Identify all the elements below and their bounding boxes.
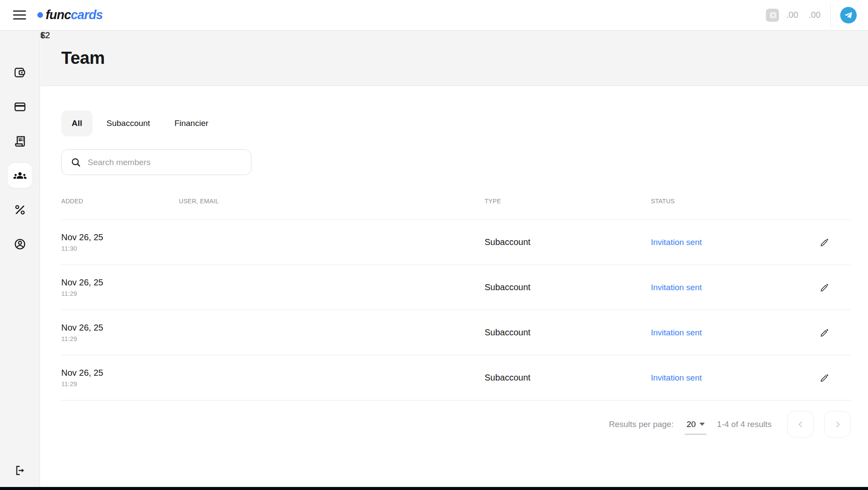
results-per-page-label: Results per page: — [609, 420, 673, 429]
column-header-added: Added — [61, 198, 179, 205]
tab-all[interactable]: All — [61, 110, 92, 136]
cell-added: Nov 26, 25 11:29 — [61, 278, 179, 297]
cell-added: Nov 26, 25 11:29 — [61, 368, 179, 387]
app-window: func cards €2.00 $2.00 — [0, 0, 868, 490]
cell-type: Subaccount — [485, 237, 651, 247]
telegram-icon[interactable] — [840, 7, 857, 23]
column-header-type: Type — [485, 198, 651, 205]
cell-status: Invitation sent — [651, 373, 803, 383]
previous-page-button[interactable] — [787, 411, 814, 437]
brand-logo[interactable]: func cards — [37, 8, 102, 22]
sidebar-item-cards[interactable] — [7, 94, 33, 120]
sidebar-item-logout[interactable] — [7, 457, 33, 483]
results-range-label: 1-4 of 4 results — [717, 420, 772, 429]
table-row[interactable]: Nov 26, 25 11:30 Subaccount Invitation s… — [61, 220, 851, 265]
main-area: Team All Subaccount Financier Added User… — [40, 30, 868, 487]
chevron-left-icon — [796, 420, 805, 429]
tab-financier[interactable]: Financier — [164, 110, 219, 136]
chevron-right-icon — [833, 420, 842, 429]
cell-added: Nov 26, 25 11:30 — [61, 232, 179, 252]
pencil-icon — [819, 372, 830, 384]
search-input[interactable] — [88, 158, 243, 167]
account-circle-icon — [13, 238, 26, 251]
invitation-sent-link[interactable]: Invitation sent — [651, 328, 702, 337]
brand-name-blue: cards — [71, 8, 102, 22]
column-header-status: Status — [651, 198, 803, 205]
edit-member-button[interactable] — [818, 236, 831, 248]
invitation-sent-link[interactable]: Invitation sent — [651, 283, 702, 292]
cell-type: Subaccount — [485, 282, 651, 292]
search-icon — [70, 157, 82, 168]
pencil-icon — [819, 282, 830, 293]
edit-member-button[interactable] — [818, 327, 831, 339]
chevron-down-icon — [700, 423, 705, 426]
table-row[interactable]: Nov 26, 25 11:29 Subaccount Invitation s… — [61, 310, 851, 355]
logout-icon — [13, 464, 26, 477]
cell-added: Nov 26, 25 11:29 — [61, 323, 179, 342]
per-page-value: 20 — [686, 420, 696, 429]
pencil-icon — [819, 327, 830, 338]
team-groups-icon — [13, 169, 26, 182]
wallet-icon — [13, 66, 26, 79]
brand-name-black: func — [46, 8, 71, 22]
cell-type: Subaccount — [485, 328, 651, 338]
sidebar-item-transactions[interactable] — [7, 128, 33, 154]
edit-member-button[interactable] — [818, 281, 831, 294]
tab-subaccount[interactable]: Subaccount — [96, 110, 160, 136]
credit-card-icon — [13, 100, 26, 113]
cell-status: Invitation sent — [651, 283, 803, 292]
balance-usd: $2.00 — [809, 10, 821, 20]
page-title: Team — [61, 48, 105, 68]
page-header-band: Team — [40, 30, 868, 86]
sidebar — [0, 30, 40, 487]
balance-eur: €2.00 — [786, 10, 798, 20]
menu-icon[interactable] — [13, 8, 27, 22]
pencil-icon — [819, 237, 830, 248]
next-page-button[interactable] — [824, 411, 851, 437]
cell-status: Invitation sent — [651, 238, 803, 247]
member-type-tabs: All Subaccount Financier — [61, 110, 851, 136]
header-divider — [830, 3, 831, 27]
cell-status: Invitation sent — [651, 328, 803, 338]
sidebar-item-account[interactable] — [7, 231, 33, 257]
column-header-user-email: User, email — [179, 198, 485, 205]
per-page-select[interactable]: 20 — [685, 420, 706, 434]
edit-member-button[interactable] — [818, 372, 831, 384]
sidebar-item-team[interactable] — [7, 162, 33, 189]
invitation-sent-link[interactable]: Invitation sent — [651, 238, 702, 247]
sidebar-item-wallet[interactable] — [7, 60, 33, 86]
table-header-row: Added User, email Type Status — [61, 190, 851, 220]
table-row[interactable]: Nov 26, 25 11:29 Subaccount Invitation s… — [61, 265, 851, 310]
table-row[interactable]: Nov 26, 25 11:29 Subaccount Invitation s… — [61, 355, 851, 401]
top-bar: func cards €2.00 $2.00 — [0, 0, 868, 30]
brand-dot-icon — [37, 12, 43, 18]
topbar-right: €2.00 $2.00 — [765, 0, 857, 30]
invitation-sent-link[interactable]: Invitation sent — [651, 373, 702, 382]
search-members-box[interactable] — [61, 149, 251, 175]
page-content: All Subaccount Financier Added User, ema… — [40, 110, 868, 437]
sidebar-item-cashback[interactable] — [7, 197, 33, 223]
receipt-icon — [13, 135, 26, 148]
wallet-balance-icon — [765, 7, 780, 24]
balance-display[interactable]: €2.00 $2.00 — [765, 7, 821, 24]
pagination-bar: Results per page: 20 1-4 of 4 results — [61, 411, 851, 437]
screen-bottom-bar — [0, 487, 868, 490]
percent-icon — [13, 203, 26, 216]
cell-type: Subaccount — [485, 373, 651, 383]
